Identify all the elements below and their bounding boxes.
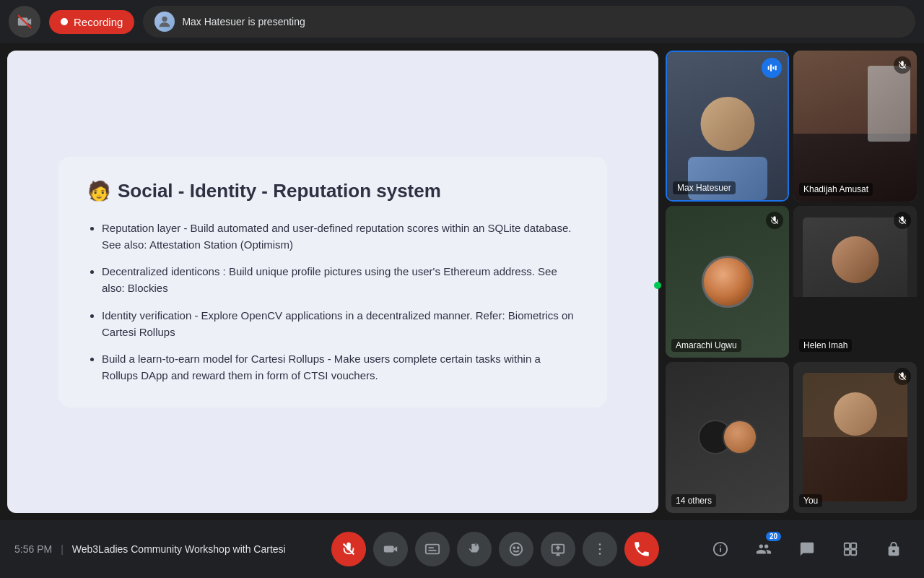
participant-tile-amarachi: Amarachi Ugwu [666, 206, 789, 357]
participant-tile-max: Max Hatesuer [666, 51, 789, 202]
slide-bullets: Reputation layer - Build automated and u… [87, 220, 578, 384]
bottom-left: 5:56 PM | Web3Ladies Community Workshop … [14, 543, 286, 555]
participant-panel: Max Hatesuer Khadijah Amusat [666, 51, 917, 513]
tile-name-max: Max Hatesuer [673, 181, 736, 194]
present-button[interactable] [541, 532, 575, 566]
slide-bullet: Decentralized identicons : Build unique … [102, 263, 578, 297]
captions-button[interactable] [415, 532, 450, 566]
recording-button[interactable]: Recording [49, 10, 134, 34]
raise-hand-button[interactable] [457, 532, 492, 566]
top-bar: Recording Max Hatesuer is presenting [0, 0, 924, 43]
muted-icon-khadijah [894, 56, 911, 74]
svg-point-21 [598, 548, 601, 551]
slide-title-text: Social - Identity - Reputation system [118, 180, 441, 202]
participants-badge: 20 [766, 532, 781, 541]
participant-tile-khadijah: Khadijah Amusat [793, 51, 917, 202]
bottom-right: 20 [705, 533, 910, 565]
svg-point-2 [162, 17, 167, 22]
svg-rect-4 [770, 64, 772, 71]
slide-title: 🧑 Social - Identity - Reputation system [87, 180, 578, 202]
bottom-center [331, 532, 659, 566]
emoji-button[interactable] [499, 532, 533, 566]
main-content: 🧑 Social - Identity - Reputation system … [0, 43, 924, 520]
chat-button[interactable] [791, 533, 823, 565]
presentation-area: 🧑 Social - Identity - Reputation system … [7, 51, 658, 513]
camera-button[interactable] [373, 532, 408, 566]
mic-button[interactable] [331, 532, 366, 566]
tile-bg-khadijah [793, 51, 917, 202]
participant-tile-others: 14 others [666, 362, 789, 513]
tile-bg-helen [793, 206, 917, 357]
slide-bullet: Build a learn-to-earn model for Cartesi … [102, 350, 578, 384]
presenter-text: Max Hatesuer is presenting [182, 16, 305, 27]
svg-point-25 [720, 545, 721, 547]
activities-button[interactable] [834, 533, 866, 565]
svg-point-18 [518, 547, 519, 548]
presenter-avatar [154, 12, 175, 32]
svg-rect-28 [845, 550, 850, 555]
recording-label: Recording [74, 16, 123, 28]
tile-name-khadijah: Khadijah Amusat [799, 183, 873, 196]
tile-bg-others [666, 362, 789, 513]
svg-point-16 [510, 543, 523, 556]
participant-tile-you: You [793, 362, 917, 513]
slide-bullet: Reputation layer - Build automated and u… [102, 220, 578, 254]
slide-content: 🧑 Social - Identity - Reputation system … [58, 157, 607, 407]
bottom-bar: 5:56 PM | Web3Ladies Community Workshop … [0, 520, 924, 578]
svg-rect-12 [384, 545, 394, 552]
svg-rect-5 [772, 66, 774, 69]
presenter-bar: Max Hatesuer is presenting [143, 6, 915, 38]
muted-icon-you [894, 368, 911, 385]
svg-rect-29 [851, 550, 856, 555]
active-speaker-icon [762, 58, 782, 78]
meeting-title: Web3Ladies Community Workshop with Carte… [72, 543, 286, 555]
svg-rect-27 [851, 543, 856, 548]
svg-point-20 [598, 543, 601, 545]
svg-rect-6 [775, 66, 777, 71]
end-call-button[interactable] [624, 532, 659, 566]
separator: | [61, 543, 64, 555]
participants-button[interactable]: 20 [748, 533, 780, 565]
svg-point-22 [598, 553, 601, 555]
svg-rect-3 [768, 66, 770, 69]
presenter-active-dot [654, 282, 661, 289]
tile-name-helen: Helen Imah [799, 339, 852, 352]
time-display: 5:56 PM [14, 543, 52, 555]
svg-point-17 [513, 547, 515, 548]
tile-name-others: 14 others [671, 494, 716, 507]
recording-dot [61, 18, 68, 25]
participant-tile-helen: Helen Imah [793, 206, 917, 357]
svg-rect-13 [426, 545, 439, 554]
slide-bullet: Identity verification - Explore OpenCV a… [102, 307, 578, 341]
tile-name-you: You [799, 494, 822, 507]
slide-title-icon: 🧑 [87, 180, 110, 202]
no-video-button[interactable] [9, 6, 40, 38]
svg-rect-26 [845, 543, 850, 548]
meeting-info-button[interactable] [705, 533, 736, 565]
more-options-button[interactable] [583, 532, 617, 566]
tile-bg-amarachi [666, 206, 789, 357]
safety-button[interactable] [878, 533, 910, 565]
tile-name-amarachi: Amarachi Ugwu [671, 339, 741, 352]
